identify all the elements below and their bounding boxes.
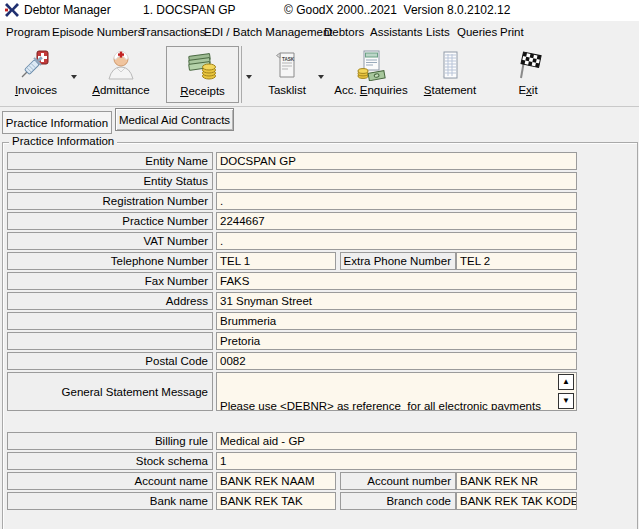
menu-program[interactable]: Program [4,21,52,43]
billing-rule-label: Billing rule [7,432,213,450]
stock-schema-label: Stock schema [7,452,213,470]
scroll-up-button[interactable]: ▲ [558,374,574,390]
statement-message-line1: Please use <DEBNR> as reference for all … [220,400,556,411]
general-statement-message-field[interactable]: Please use <DEBNR> as reference for all … [216,372,577,411]
menu-debtors[interactable]: Debtors [322,21,366,43]
statement-grid-icon [434,48,466,82]
toolbar-separator [241,46,242,103]
exit-button[interactable]: Exit [498,46,558,103]
address-line3-label [7,332,213,350]
menu-transactions[interactable]: Transactions [138,21,207,43]
entity-name-label: Entity Name [7,152,213,170]
entity-status-label: Entity Status [7,172,213,190]
general-statement-message-label: General Statement Message [7,372,213,411]
address-line2-label [7,312,213,330]
entity-status-field[interactable] [216,172,577,190]
tasklist-dropdown-arrow-icon[interactable] [318,75,324,79]
extra-phone-number-field[interactable]: TEL 2 [456,252,577,270]
invoices-dropdown-arrow-icon[interactable] [71,75,77,79]
telephone-number-label: Telephone Number [7,252,213,270]
branch-code-label: Branch code [340,492,456,510]
receipts-dropdown-arrow-icon[interactable] [246,75,252,79]
down-arrow-icon: ▼ [562,397,570,405]
entity-title: 1. DOCSPAN GP [143,3,235,17]
app-title: Debtor Manager [24,3,111,17]
address-line1-field[interactable]: 31 Snyman Street [216,292,577,310]
receipts-label: Receipts [180,85,225,97]
practice-number-label: Practice Number [7,212,213,230]
bank-name-label: Bank name [7,492,213,510]
postal-code-label: Postal Code [7,352,213,370]
menu-episode-numbers[interactable]: Episode Numbers [50,21,145,43]
postal-code-field[interactable]: 0082 [216,352,577,370]
billing-rule-field[interactable]: Medical aid - GP [216,432,577,450]
exit-label: Exit [518,84,537,96]
up-arrow-icon: ▲ [562,378,570,386]
menubar: Program Episode Numbers Transactions EDI… [0,21,639,44]
vat-number-field[interactable]: . [216,232,577,250]
toolbar: Invoices Admittance [0,43,639,107]
address-line2-field[interactable]: Brummeria [216,312,577,330]
stock-schema-field[interactable]: 1 [216,452,577,470]
extra-phone-number-label: Extra Phone Number [340,252,456,270]
admittance-button[interactable]: Admittance [88,46,154,103]
tab-medical-aid-contracts[interactable]: Medical Aid Contracts [115,108,234,131]
tab-practice-information[interactable]: Practice Information [2,111,112,134]
address-line3-field[interactable]: Pretoria [216,332,577,350]
task-page-icon: TASK [271,48,303,82]
receipts-button[interactable]: Receipts [166,46,239,103]
account-name-field[interactable]: BANK REK NAAM [216,472,336,490]
acc-enquiries-label: Acc. Enquiries [334,84,408,96]
patient-icon [105,48,137,82]
practice-number-field[interactable]: 2244667 [216,212,577,230]
tasklist-button[interactable]: TASK Tasklist [258,46,316,103]
account-name-label: Account name [7,472,213,490]
entity-name-field[interactable]: DOCSPAN GP [216,152,577,170]
syringe-icon [20,48,52,82]
menu-queries[interactable]: Queries [455,21,499,43]
money-coins-icon [187,49,219,83]
menu-print[interactable]: Print [498,21,526,43]
tasklist-label: Tasklist [268,84,306,96]
fax-number-field[interactable]: FAKS [216,272,577,290]
goodx-logo-icon [4,2,20,18]
titlebar: Debtor Manager 1. DOCSPAN GP © GoodX 200… [0,0,639,21]
debtor-manager-window: Debtor Manager 1. DOCSPAN GP © GoodX 200… [0,0,639,529]
admittance-label: Admittance [92,84,150,96]
invoices-label: Invoices [15,84,57,96]
telephone-number-field[interactable]: TEL 1 [216,252,336,270]
branch-code-field[interactable]: BANK REK TAK KODE [456,492,577,510]
checkered-flag-icon [512,48,544,82]
statement-button[interactable]: Statement [418,46,482,103]
menu-edi-batch-management[interactable]: EDI / Batch Management [202,21,334,43]
acc-enquiries-button[interactable]: Acc. Enquiries [330,46,412,103]
version-info: © GoodX 2000..2021 Version 8.0.2102.12 [284,3,510,17]
scroll-down-button[interactable]: ▼ [558,393,574,409]
account-number-field[interactable]: BANK REK NR [456,472,577,490]
bank-name-field[interactable]: BANK REK TAK [216,492,336,510]
account-enquiries-icon [355,48,387,82]
groupbox-title: Practice Information [9,135,117,147]
fax-number-label: Fax Number [7,272,213,290]
registration-number-label: Registration Number [7,192,213,210]
svg-text:TASK: TASK [282,57,295,62]
statement-label: Statement [424,84,476,96]
menu-lists[interactable]: Lists [424,21,452,43]
invoices-button[interactable]: Invoices [6,46,66,103]
account-number-label: Account number [340,472,456,490]
menu-assistants[interactable]: Assistants [368,21,424,43]
address-label: Address [7,292,213,310]
vat-number-label: VAT Number [7,232,213,250]
registration-number-field[interactable]: . [216,192,577,210]
